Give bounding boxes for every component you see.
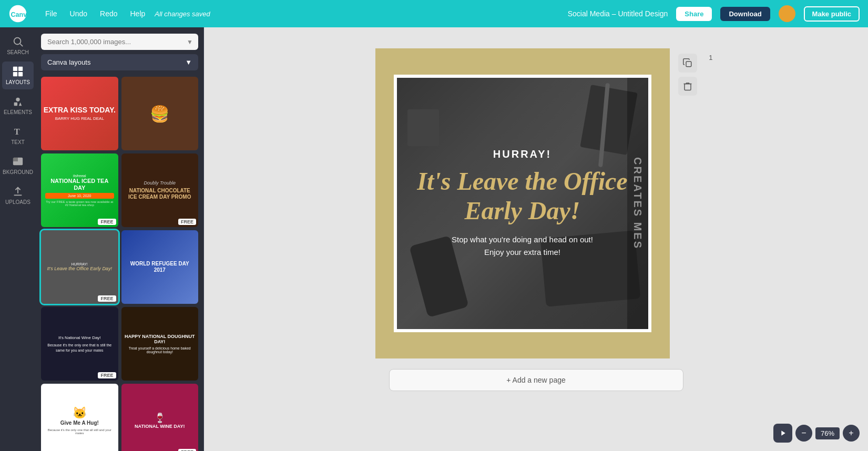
sidebar-item-layouts[interactable]: LAYOUTS <box>2 62 34 89</box>
sidebar-search-label: SEARCH <box>7 49 29 55</box>
menu-file[interactable]: File <box>40 7 63 20</box>
sidebar-item-uploads[interactable]: UPLOADS <box>2 181 34 209</box>
search-container: ▼ <box>41 34 198 50</box>
free-badge-wine-pink: FREE <box>178 449 196 451</box>
canvas-frame: CREATES MES HURRAY! It's Leave the Offic… <box>375 48 670 358</box>
svg-text:T: T <box>14 127 20 137</box>
card-wine-dark-sub: Because it's the only one that is still … <box>45 343 114 353</box>
svg-rect-5 <box>18 67 23 71</box>
save-status: All changes saved <box>155 10 210 18</box>
svg-text:Canva: Canva <box>11 11 28 18</box>
zoom-out-button[interactable]: − <box>795 425 812 442</box>
svg-marker-10 <box>19 102 22 106</box>
topbar: Canva File Undo Redo Help All changes sa… <box>0 0 868 27</box>
canvas-subtitle-line2: Enjoy your extra time! <box>407 246 638 259</box>
canvas-inner[interactable]: CREATES MES HURRAY! It's Leave the Offic… <box>394 75 651 332</box>
layout-card-leave-office[interactable]: HURRAY! It's Leave the Office Early Day!… <box>41 230 118 304</box>
card-iced-tea-date: June 10, 2020 <box>45 193 114 199</box>
card-wine-dark-title: It's National Wine Day! <box>45 335 114 341</box>
layout-card-hug[interactable]: 🐱 Give Me A Hug! Because it's the only o… <box>41 384 118 451</box>
svg-point-2 <box>14 38 21 45</box>
layout-card-doughnut[interactable]: HAPPY NATIONAL DOUGHNUT DAY! Treat yours… <box>121 307 199 381</box>
card-choc-handwritten: Doubly Trouble <box>126 180 195 186</box>
card-extra-kiss-title: EXTRA KISS TODAY. <box>44 106 116 114</box>
svg-rect-7 <box>18 72 23 76</box>
present-button[interactable] <box>773 424 792 443</box>
layout-card-choc-ice-cream[interactable]: Doubly Trouble NATIONAL CHOCOLATE ICE CR… <box>121 153 199 227</box>
panel-sidebar: ▼ Canva layouts ▼ EXTRA KISS TODAY. BARR… <box>36 27 204 451</box>
sidebar-background-label: BKGROUND <box>3 169 33 175</box>
zoom-level-display: 76% <box>815 427 840 439</box>
canvas-area[interactable]: CREATES MES HURRAY! It's Leave the Offic… <box>204 27 868 451</box>
layouts-dropdown[interactable]: Canva layouts ▼ <box>41 54 198 70</box>
sidebar-item-search[interactable]: SEARCH <box>2 32 34 59</box>
svg-point-8 <box>16 98 19 101</box>
layout-card-refugee[interactable]: WORLD REFUGEE DAY 2017 <box>121 230 199 304</box>
main-layout: SEARCH LAYOUTS ELEMENTS T TEXT <box>0 27 868 451</box>
topbar-menu: File Undo Redo Help All changes saved <box>40 7 210 20</box>
card-iced-tea-title: NATIONAL ICED TEA DAY <box>45 178 114 191</box>
icon-sidebar: SEARCH LAYOUTS ELEMENTS T TEXT <box>0 27 36 451</box>
canvas-hurray-text: HURRAY! <box>407 148 638 160</box>
layout-card-burger[interactable]: 🍔 <box>121 77 199 150</box>
free-badge-leave: FREE <box>98 295 116 302</box>
card-wine-pink-title: NATIONAL WINE DAY! <box>135 424 185 429</box>
download-button[interactable]: Download <box>720 7 770 21</box>
add-page-button[interactable]: + Add a new page <box>389 369 683 391</box>
make-public-button[interactable]: Make public <box>804 6 860 22</box>
avatar[interactable] <box>779 5 795 22</box>
card-extra-kiss-sub: BARRY HUG REAL DEAL <box>44 116 116 121</box>
svg-rect-9 <box>14 102 17 106</box>
canvas-content: HURRAY! It's Leave the Office Early Day!… <box>397 138 648 269</box>
svg-rect-16 <box>685 84 691 90</box>
free-badge-wine-dark: FREE <box>98 372 116 378</box>
svg-rect-15 <box>686 62 691 67</box>
design-title: Social Media – Untitled Design <box>568 9 668 18</box>
share-button[interactable]: Share <box>676 7 712 21</box>
card-doughnut-title: HAPPY NATIONAL DOUGHNUT DAY! <box>121 334 199 344</box>
sidebar-layouts-label: LAYOUTS <box>6 79 30 85</box>
canvas-wrapper: CREATES MES HURRAY! It's Leave the Offic… <box>375 48 697 358</box>
sidebar-item-background[interactable]: BKGROUND <box>2 151 34 179</box>
zoom-in-button[interactable]: + <box>843 425 860 442</box>
free-badge-iced-tea: FREE <box>98 219 116 225</box>
layouts-dropdown-label: Canva layouts <box>47 58 90 66</box>
card-leave-small: HURRAY! <box>47 262 112 266</box>
layout-card-wine-dark[interactable]: It's National Wine Day! Because it's the… <box>41 307 118 381</box>
card-refugee-title: WORLD REFUGEE DAY 2017 <box>125 261 196 273</box>
card-hug-title: Give Me A Hug! <box>44 420 115 426</box>
sidebar-item-text[interactable]: T TEXT <box>2 121 34 149</box>
menu-redo[interactable]: Redo <box>95 7 122 20</box>
card-iced-tea-sub: Try our FREE a taste green tea now avail… <box>45 200 114 207</box>
chevron-down-icon: ▼ <box>185 58 192 66</box>
layout-card-iced-tea[interactable]: itsfreeal NATIONAL ICED TEA DAY June 10,… <box>41 153 118 227</box>
layout-card-wine-pink[interactable]: 🍷 NATIONAL WINE DAY! FREE <box>121 384 199 451</box>
sidebar-uploads-label: UPLOADS <box>5 199 30 205</box>
free-badge-choc: FREE <box>178 219 196 225</box>
card-choc-title: NATIONAL CHOCOLATE ICE CREAM DAY PROMO <box>126 188 195 200</box>
page-number: 1 <box>709 54 712 62</box>
canvas-main-title[interactable]: It's Leave the Office Early Day! <box>407 167 638 224</box>
svg-rect-4 <box>13 67 17 71</box>
svg-rect-6 <box>13 72 17 76</box>
card-hug-sub: Because it's the only one that all still… <box>44 428 115 435</box>
svg-line-3 <box>20 44 23 46</box>
sidebar-item-elements[interactable]: ELEMENTS <box>2 91 34 119</box>
menu-help[interactable]: Help <box>125 7 151 20</box>
menu-undo[interactable]: Undo <box>65 7 93 20</box>
delete-page-button[interactable] <box>678 77 697 96</box>
layout-card-extra-kiss[interactable]: EXTRA KISS TODAY. BARRY HUG REAL DEAL <box>41 77 118 150</box>
canva-logo[interactable]: Canva <box>8 4 27 23</box>
card-iced-tea-label: itsfreeal <box>45 174 114 178</box>
copy-page-button[interactable] <box>678 54 697 73</box>
sidebar-text-label: TEXT <box>11 139 25 145</box>
layout-grid: EXTRA KISS TODAY. BARRY HUG REAL DEAL 🍔 … <box>36 77 203 451</box>
svg-rect-13 <box>13 158 18 161</box>
canvas-subtitle[interactable]: Stop what you're doing and head on out! … <box>407 233 638 259</box>
bottom-bar: − 76% + <box>773 424 860 443</box>
card-doughnut-sub: Treat yourself a delicious home baked do… <box>121 346 199 354</box>
sidebar-elements-label: ELEMENTS <box>4 109 32 115</box>
search-input[interactable] <box>41 34 198 50</box>
search-dropdown-icon: ▼ <box>187 38 193 46</box>
card-leave-title: It's Leave the Office Early Day! <box>47 266 112 272</box>
